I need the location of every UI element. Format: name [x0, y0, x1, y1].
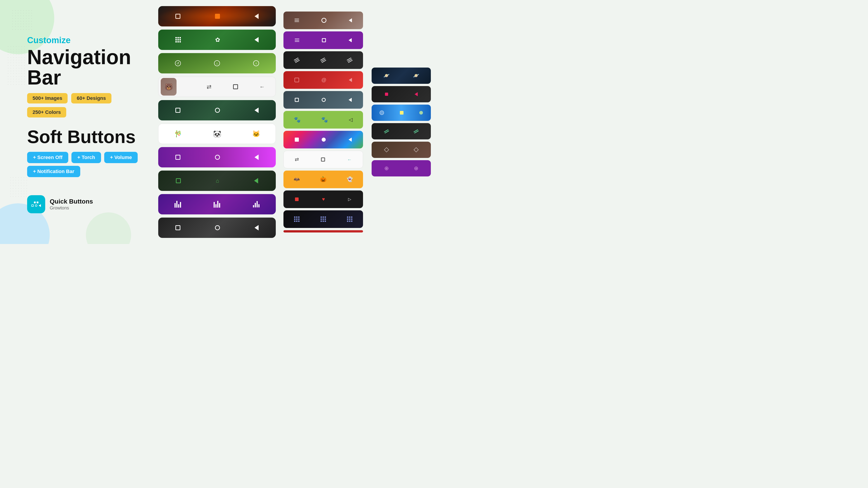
nav-icon-tri-purple [254, 155, 258, 160]
nav-icon-circ-purple [215, 155, 220, 160]
nav-icon-grid-fw [294, 217, 300, 222]
badge-images: 500+ Images [27, 93, 68, 103]
nav-bar-rainbow[interactable] [283, 131, 363, 149]
right-panel-1: @ 🐾 🐾 ◁ [280, 0, 366, 244]
icon-nav-tri [39, 204, 41, 207]
nav-bar-purple[interactable] [158, 147, 276, 167]
soft-buttons-title: Soft Buttons [27, 127, 140, 147]
nav-icon-sq-fire [176, 14, 180, 19]
nav-bar-halloween[interactable]: 🦇 🎃 👻 [283, 170, 363, 188]
icon-nav-sq [31, 204, 34, 207]
nav-icon-tri-marble [254, 225, 258, 230]
nav-bar-fire[interactable] [158, 6, 276, 26]
nav-icon-stripe2 [321, 59, 326, 62]
nav-bar-road[interactable]: ⌂ [158, 170, 276, 191]
nav-icon-tri-pp [348, 38, 352, 42]
nav-icon-paw2: 🐾 [321, 117, 328, 123]
nav-icon-swap-light: ⇄ [207, 84, 212, 90]
nav-icon-circle-hills: ↺ [175, 60, 181, 66]
nav-icon-heart-dark: ♥ [322, 196, 325, 202]
nav-icon-paw1: 🐾 [294, 117, 301, 123]
nav-icon-arrow-floral: ← [347, 157, 352, 162]
nav-icon-grid-jungle [176, 37, 181, 42]
red-bar-bottom [283, 230, 363, 232]
nav-bar-blue-bubble[interactable] [372, 105, 431, 121]
nav-bar-leaves[interactable] [158, 100, 276, 121]
nav-icon-circ-city [321, 18, 327, 23]
nav-icon-tri-city [349, 18, 352, 22]
notification-bar-button[interactable]: + Notification Bar [27, 166, 80, 177]
nav-icon-dot2-pd: ⊕ [414, 165, 418, 171]
nav-icon-tri-jungle [254, 37, 258, 42]
nav-icon-dot1-pd: ⊕ [384, 165, 389, 171]
nav-icon-sq-red [294, 78, 299, 82]
nav-icon-swap-floral: ⇄ [295, 157, 299, 162]
nav-icon-planet2-space: 🪐 [413, 73, 419, 78]
nav-icon-back-hills: ‹ [253, 60, 259, 66]
nav-bar-space[interactable]: 🪐 🪐 [372, 68, 431, 84]
nav-icon-cat-panda: 🐱 [252, 130, 260, 138]
nav-bar-purple-dots[interactable]: ⊕ ⊕ [372, 160, 431, 176]
nav-icon-tri-cp [348, 98, 352, 102]
nav-icon-circ-leaves [215, 108, 220, 113]
center-panel: ✿ ↺ ⌂ ‹ 🐻 ⇄ ← [154, 0, 280, 244]
nav-bar-panda[interactable]: 🎋 🐼 🐱 [158, 124, 276, 144]
nav-bar-fireworks[interactable] [283, 210, 363, 228]
nav-bar-red-nebula[interactable]: @ [283, 71, 363, 89]
volume-button[interactable]: + Volume [104, 152, 138, 163]
icon-dot-2 [37, 201, 38, 203]
nav-bar-green-stripe[interactable] [372, 123, 431, 139]
nav-icon-sq-cp [295, 98, 299, 102]
nav-icon-tri-leaves [254, 107, 258, 113]
nav-icon-sq-leaves [176, 108, 180, 113]
nav-icon-flower-jungle: ✿ [215, 36, 220, 43]
nav-icon-dot-fw [320, 217, 326, 222]
app-info: Quick Buttons Growtons [50, 198, 93, 210]
nav-icon-sq-rainbow [295, 138, 299, 142]
nav-bar-jungle[interactable]: ✿ [158, 30, 276, 50]
badge-colors: 250+ Colors [27, 107, 66, 118]
nav-bar-city[interactable] [283, 11, 363, 29]
nav-icon-sq-pink [385, 93, 388, 96]
app-name: Quick Buttons [50, 198, 93, 205]
app-branding: Quick Buttons Growtons [27, 195, 140, 213]
nav-icon-diamond2-desert [414, 148, 418, 152]
nav-icon-circ-marble [215, 225, 220, 230]
nav-bar-desert[interactable] [372, 142, 431, 158]
app-icon [27, 195, 45, 213]
nav-icon-gstripe1 [384, 130, 389, 132]
nav-icon-tri-fire [254, 13, 258, 19]
nav-icon-stripe1 [294, 59, 299, 62]
nav-bar-marble[interactable] [158, 218, 276, 238]
nav-bar-eq[interactable] [158, 194, 276, 215]
nav-icon-sparkle-fw [347, 217, 352, 222]
nav-bar-floral[interactable]: ⇄ ← [283, 151, 363, 168]
nav-bar-hills[interactable]: ↺ ⌂ ‹ [158, 53, 276, 73]
nav-icon-bamboo-panda: 🎋 [174, 130, 182, 138]
nav-icon-bubble1 [379, 110, 384, 115]
action-buttons-row: + Screen Off + Torch + Volume [27, 152, 140, 163]
torch-button[interactable]: + Torch [71, 152, 101, 163]
screen-off-button[interactable]: + Screen Off [27, 152, 68, 163]
nav-bar-pink-line[interactable] [372, 86, 431, 102]
nav-icon-panda-panda: 🐼 [213, 130, 221, 138]
nav-icon-sq-floral [321, 158, 325, 162]
nav-bar-dark-stripes[interactable] [283, 51, 363, 69]
icon-nav-circ [35, 204, 37, 207]
nav-bar-city-photo[interactable] [283, 91, 363, 109]
nav-icon-sq-marble [176, 225, 180, 230]
nav-bar-purple-plain[interactable] [283, 31, 363, 49]
nav-bar-green-paw[interactable]: 🐾 🐾 ◁ [283, 111, 363, 129]
nav-icon-diamond-desert [385, 148, 388, 152]
nav-icon-sq-purple [176, 155, 180, 160]
nav-icon-tri-road [254, 178, 258, 184]
nav-icon-bat: 🦇 [293, 176, 300, 182]
nav-icon-circ-cp [322, 98, 326, 102]
app-developer: Growtons [50, 205, 93, 210]
left-panel: Customize Navigation Bar 500+ Images 60+… [0, 0, 154, 244]
nav-bar-light[interactable]: 🐻 ⇄ ← [158, 76, 276, 97]
nav-icon-gstripe2 [414, 130, 418, 132]
animal-thumbnail: 🐻 [161, 78, 177, 96]
nav-bar-dark-final[interactable]: ♥ ▷ [283, 191, 363, 208]
customize-label: Customize [27, 35, 140, 45]
